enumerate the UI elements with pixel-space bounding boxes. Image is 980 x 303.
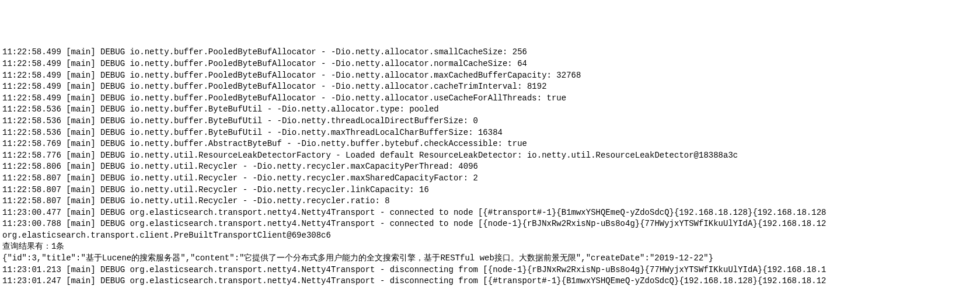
log-line: 11:22:58.807 [main] DEBUG io.netty.util.…	[2, 173, 978, 184]
log-line: 11:22:58.499 [main] DEBUG io.netty.buffe…	[2, 58, 978, 70]
log-line: 11:22:58.536 [main] DEBUG io.netty.buffe…	[2, 127, 978, 139]
log-line: 11:22:58.807 [main] DEBUG io.netty.util.…	[2, 184, 978, 196]
log-line: 查询结果有：1条	[2, 241, 978, 253]
log-line: 11:23:01.247 [main] DEBUG org.elasticsea…	[2, 276, 978, 287]
log-line: {"id":3,"title":"基于Lucene的搜索服务器","conten…	[2, 253, 978, 264]
log-line: 11:23:01.213 [main] DEBUG org.elasticsea…	[2, 264, 978, 276]
log-line: 11:23:00.477 [main] DEBUG org.elasticsea…	[2, 207, 978, 219]
log-line: org.elasticsearch.transport.client.PreBu…	[2, 230, 978, 242]
log-line: 11:22:58.536 [main] DEBUG io.netty.buffe…	[2, 116, 978, 127]
log-line: 11:22:58.807 [main] DEBUG io.netty.util.…	[2, 196, 978, 207]
log-line: 11:22:58.499 [main] DEBUG io.netty.buffe…	[2, 81, 978, 93]
log-line: 11:23:00.788 [main] DEBUG org.elasticsea…	[2, 218, 978, 230]
log-line: 11:22:58.499 [main] DEBUG io.netty.buffe…	[2, 47, 978, 58]
console-output[interactable]: 11:22:58.499 [main] DEBUG io.netty.buffe…	[2, 47, 978, 287]
log-line: 11:22:58.776 [main] DEBUG io.netty.util.…	[2, 150, 978, 162]
log-line: 11:22:58.499 [main] DEBUG io.netty.buffe…	[2, 70, 978, 82]
log-line: 11:22:58.806 [main] DEBUG io.netty.util.…	[2, 161, 978, 173]
log-line: 11:22:58.499 [main] DEBUG io.netty.buffe…	[2, 93, 978, 105]
log-line: 11:22:58.536 [main] DEBUG io.netty.buffe…	[2, 104, 978, 116]
log-line: 11:22:58.769 [main] DEBUG io.netty.buffe…	[2, 138, 978, 150]
